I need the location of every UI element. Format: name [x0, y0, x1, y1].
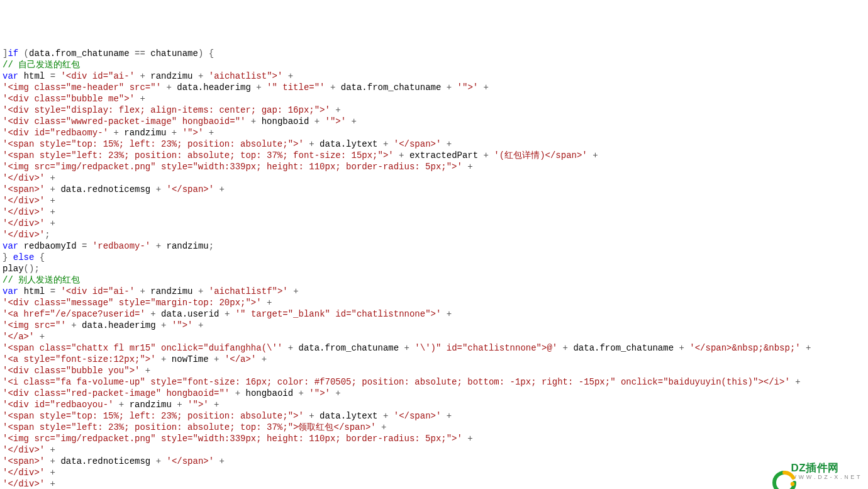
- code-token-pn: }: [3, 252, 13, 262]
- code-line: '</div>' +: [3, 206, 865, 218]
- code-token-str: '" target="_blank" id="chatlistnnone">': [235, 309, 442, 319]
- code-token-pn: +: [66, 320, 82, 330]
- code-token-str: '<span>': [3, 184, 45, 194]
- code-token-pn: +: [219, 309, 235, 319]
- code-token-id: data.from_chatuname: [573, 343, 674, 353]
- code-token-pn: [18, 241, 23, 251]
- code-token-str: '">': [309, 388, 330, 398]
- code-token-id: randzimu: [130, 400, 172, 410]
- code-token-id: data.headerimg: [177, 82, 251, 93]
- code-token-pn: +: [478, 150, 494, 160]
- code-token-pn: ) {: [198, 48, 214, 59]
- code-token-str: '</a>': [3, 332, 34, 342]
- code-token-kw: var: [3, 241, 18, 251]
- code-token-pn: {: [34, 252, 45, 262]
- code-token-pn: [18, 71, 23, 81]
- code-token-pn: +: [145, 309, 161, 319]
- code-token-pn: +: [108, 128, 124, 138]
- code-line: '<span class="chattx fl mr15" onclick="d…: [3, 342, 865, 354]
- code-token-pn: +: [304, 139, 320, 149]
- code-token-id: data.userid: [161, 309, 219, 319]
- code-token-pn: +: [256, 354, 267, 364]
- code-line: '<div class="wwwred-packet-image" hongba…: [3, 116, 865, 127]
- code-token-id: extractedPart: [409, 150, 478, 160]
- code-token-id: html: [24, 286, 45, 296]
- code-token-pn: +: [399, 343, 415, 353]
- code-token-id: nowTime: [172, 354, 209, 364]
- code-token-pn: +: [156, 320, 172, 330]
- code-token-pn: +: [293, 388, 309, 398]
- code-line: '<span style="left: 23%; position: absol…: [3, 422, 865, 433]
- code-token-str: '</span>': [394, 139, 442, 149]
- code-token-cm: // 别人发送的红包: [3, 275, 80, 285]
- code-token-id: randzimu: [150, 286, 192, 296]
- code-token-str: '">': [182, 128, 204, 138]
- code-token-str: '<a style="font-size:12px;">': [3, 354, 156, 364]
- code-token-pn: +: [325, 82, 341, 93]
- code-token-pn: +: [330, 105, 341, 115]
- code-token-str: '<span style="top: 15%; left: 23%; posit…: [3, 411, 304, 421]
- code-token-id: data.lytext: [320, 139, 377, 149]
- code-token-str: '</a>': [225, 354, 256, 364]
- code-token-str: '</div>': [3, 445, 45, 455]
- code-token-pn: +: [45, 196, 55, 206]
- code-token-pn: +: [230, 388, 245, 398]
- code-line: '<div id="redbaoyou-' + randzimu + '">' …: [3, 399, 865, 410]
- code-token-str: '">': [457, 82, 479, 93]
- code-token-pn: +: [346, 116, 357, 126]
- code-token-str: '<div id="redbaomy-': [3, 128, 108, 138]
- code-token-pn: +: [674, 343, 689, 353]
- code-token-id: randzimu: [167, 241, 209, 251]
- code-line: var html = '<div id="ai-' + randzimu + '…: [3, 286, 865, 297]
- code-token-id: chatuname: [150, 48, 198, 59]
- code-token-str: '<div id="redbaoyou-': [3, 400, 113, 410]
- code-token-pn: +: [45, 456, 60, 466]
- code-token-str: '</span>': [166, 456, 214, 466]
- code-token-str: '<span style="left: 23%; position: absol…: [3, 422, 376, 432]
- code-token-pn: +: [462, 434, 473, 444]
- code-token-pn: +: [587, 150, 598, 160]
- watermark-domain: W W W . D Z - X . N E T: [791, 475, 860, 480]
- code-token-pn: +: [288, 286, 299, 296]
- code-token-pn: +: [193, 286, 209, 296]
- code-line: '<span style="left: 23%; position: absol…: [3, 150, 865, 161]
- code-token-str: 'aichatlistf">': [209, 286, 288, 296]
- code-token-str: '<img class="me-header" src="': [3, 82, 161, 93]
- code-token-str: 'redbaomy-': [92, 241, 150, 251]
- code-token-str: '</div>': [3, 173, 45, 183]
- code-token-pn: +: [45, 207, 55, 217]
- code-token-pn: +: [214, 456, 225, 466]
- code-token-id: data.from_chatuname: [341, 82, 442, 93]
- code-token-pn: +: [441, 411, 452, 421]
- watermark-title: DZ插件网: [791, 463, 860, 473]
- code-token-id: redbaomyId: [24, 241, 77, 251]
- code-token-id: randzimu: [124, 128, 166, 138]
- code-token-kw: if: [8, 48, 18, 59]
- code-token-str: '</div>': [3, 196, 45, 206]
- code-token-kw: var: [3, 71, 18, 81]
- code-token-str: '" title="': [267, 82, 325, 93]
- site-watermark: DZ插件网 W W W . D Z - X . N E T: [762, 459, 860, 484]
- code-token-str: '\')" id="chatlistnnone">@': [415, 343, 557, 353]
- code-token-pn: ();: [24, 264, 40, 274]
- code-line: '</div>' +: [3, 478, 865, 489]
- code-token-pn: +: [282, 343, 298, 353]
- code-token-pn: [18, 286, 23, 296]
- code-line: '<img src="img/redpacket.png" style="wid…: [3, 161, 865, 172]
- code-line: // 自己发送的红包: [3, 59, 865, 70]
- code-token-kw: else: [13, 252, 35, 262]
- code-token-pn: +: [330, 388, 341, 398]
- code-token-str: '</span>&nbsp;&nbsp;': [689, 343, 800, 353]
- code-line: '<i class="fa fa-volume-up" style="font-…: [3, 376, 865, 388]
- code-token-pn: +: [209, 354, 225, 364]
- code-line: '<span>' + data.rednoticemsg + '</span>'…: [3, 456, 865, 467]
- code-token-pn: +: [462, 162, 473, 172]
- code-token-str: '">': [172, 320, 193, 330]
- code-token-str: '</div>': [3, 207, 45, 217]
- code-token-pn: +: [135, 286, 150, 296]
- code-token-str: '<div class="red-packet-image" hongbaoid…: [3, 388, 230, 398]
- code-token-pn: +: [790, 377, 801, 387]
- code-token-pn: =: [77, 241, 92, 251]
- logo-icon: [762, 459, 787, 484]
- code-token-pn: +: [113, 400, 129, 410]
